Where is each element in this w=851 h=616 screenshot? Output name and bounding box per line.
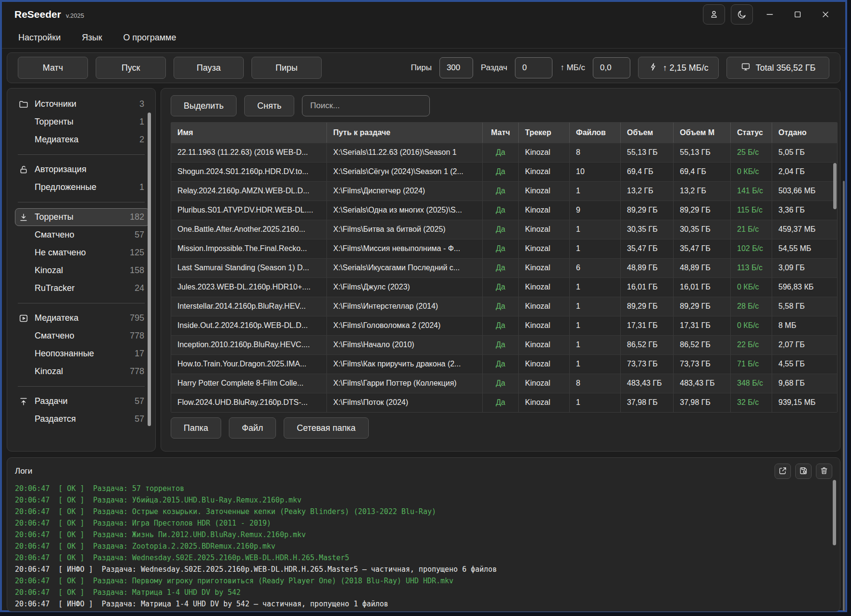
table-row[interactable]: Last Samurai Standing (Season 1) D...X:\…	[171, 258, 837, 277]
log-line: 20:06:47 [ OK ] Раздача: Первому игроку …	[15, 575, 832, 587]
table-row[interactable]: How.to.Train.Your.Dragon.2025.IMA...X:\F…	[171, 354, 837, 374]
column-header-path[interactable]: Путь к раздаче	[327, 123, 483, 143]
cell-files: 1	[570, 220, 621, 239]
table-row[interactable]: One.Battle.After.Another.2025.2160...X:\…	[171, 220, 837, 239]
sidebar-item-torrents-unmatched[interactable]: Не сматчено125	[15, 244, 150, 262]
cell-uploaded: 5,58 ГБ	[772, 297, 837, 316]
sidebar-item-media[interactable]: Медиатека795	[15, 309, 150, 327]
theme-toggle-button[interactable]	[731, 4, 753, 25]
search-input[interactable]	[302, 95, 430, 116]
table-row[interactable]: 22.11.1963 (11.22.63) (2016 WEB-D...X:\S…	[171, 143, 837, 162]
cell-name: How.to.Train.Your.Dragon.2025.IMA...	[171, 355, 327, 374]
maximize-button[interactable]	[787, 5, 809, 24]
table-scrollbar[interactable]	[833, 163, 837, 209]
sidebar-item-sources-torrents[interactable]: Торренты1	[15, 113, 150, 131]
cell-uploaded: 3,09 ГБ	[772, 259, 837, 277]
seeds-label: Раздач	[481, 63, 507, 73]
cell-name: Mission.Impossible.The.Final.Recko...	[171, 239, 327, 258]
table-row[interactable]: Harry Potter Complete 8-Film Colle...X:\…	[171, 374, 837, 393]
sidebar-item-seeds[interactable]: Раздачи57	[15, 392, 150, 410]
cell-name: Inside.Out.2.2024.2160p.WEB-DL.D...	[171, 316, 327, 335]
window-scrollbar[interactable]	[843, 181, 845, 611]
column-header-uploaded[interactable]: Отдано	[772, 123, 837, 143]
add-network-folder-button[interactable]: Сетевая папка	[284, 417, 368, 439]
table-row[interactable]: Flow.2024.UHD.BluRay.2160p.DTS-...X:\Fil…	[171, 393, 837, 412]
column-header-files[interactable]: Файлов	[570, 123, 621, 143]
cell-match: Да	[483, 220, 519, 239]
logs-scrollbar[interactable]	[833, 480, 836, 545]
peers-input[interactable]	[439, 57, 473, 78]
table-row[interactable]: Relay.2024.2160p.AMZN.WEB-DL.D...X:\Film…	[171, 181, 837, 201]
peers-button[interactable]: Пиры	[251, 57, 322, 79]
table-row[interactable]: Inside.Out.2.2024.2160p.WEB-DL.D...X:\Fi…	[171, 316, 837, 335]
open-logs-external-button[interactable]	[775, 464, 791, 479]
table-row[interactable]: Pluribus.S01.ATVP.DV.HDR.WEB-DL....X:\Se…	[171, 201, 837, 220]
start-button[interactable]: Пуск	[96, 57, 166, 79]
match-button[interactable]: Матч	[18, 57, 88, 79]
sidebar-scrollbar[interactable]	[148, 113, 151, 426]
seeds-input[interactable]	[515, 57, 552, 78]
menu-item-about[interactable]: О программе	[123, 33, 176, 43]
table-row[interactable]: Inception.2010.2160p.BluRay.HEVC....X:\F…	[171, 335, 837, 354]
sidebar-item-suggested[interactable]: Предложенные1	[15, 178, 150, 196]
sidebar-item-count: 2	[139, 135, 144, 145]
cell-size_m: 30,35 ГБ	[674, 220, 731, 239]
column-header-name[interactable]: Имя	[171, 123, 327, 143]
table-row[interactable]: Jules.2023.WEB-DL.2160p.HDR10+....X:\Fil…	[171, 277, 837, 297]
column-header-match[interactable]: Матч	[483, 123, 519, 143]
deselect-button[interactable]: Снять	[244, 95, 294, 116]
cell-tracker: Kinozal	[519, 278, 570, 297]
log-line: 20:06:47 [ ИНФО ] Раздача: Wednesday.S02…	[15, 564, 832, 575]
sidebar-item-torrents-matched[interactable]: Сматчено57	[15, 226, 150, 244]
cell-uploaded: 5,05 ГБ	[772, 143, 837, 162]
sidebar-item-torrents-rutracker[interactable]: RuTracker24	[15, 279, 150, 297]
upload-rate-value: ↑ 2,15 МБ/с	[663, 63, 709, 73]
sidebar-item-seeding[interactable]: Раздается57	[15, 410, 150, 428]
sidebar-item-count: 125	[130, 248, 144, 258]
table-row[interactable]: Interstellar.2014.2160p.BluRay.HEV...X:\…	[171, 297, 837, 316]
cell-status: 21 Б/с	[731, 220, 772, 239]
sidebar-item-media-matched[interactable]: Сматчено778	[15, 327, 150, 345]
sidebar-item-media-kinozal[interactable]: Kinozal778	[15, 363, 150, 380]
sidebar-item-label: Торренты	[35, 212, 130, 222]
clear-logs-button[interactable]	[816, 464, 832, 479]
menu-item-settings[interactable]: Настройки	[18, 33, 61, 43]
save-logs-button[interactable]	[795, 464, 812, 479]
cell-uploaded: 4,55 ГБ	[772, 355, 837, 374]
cell-name: 22.11.1963 (11.22.63) (2016 WEB-D...	[171, 143, 327, 162]
column-header-status[interactable]: Статус	[731, 123, 772, 143]
sidebar-item-authorization[interactable]: Авторизация	[15, 161, 150, 178]
upload-rate-button[interactable]: ↑ 2,15 МБ/с	[638, 57, 719, 79]
cell-size: 17,31 ГБ	[621, 316, 674, 335]
cell-status: 141 Б/с	[731, 182, 772, 201]
close-button[interactable]	[814, 5, 837, 24]
sidebar-item-torrents[interactable]: Торренты182	[15, 208, 150, 226]
select-all-button[interactable]: Выделить	[171, 95, 237, 116]
cell-size: 89,29 ГБ	[621, 201, 674, 220]
sidebar-item-label: Медиатека	[35, 135, 139, 145]
add-file-button[interactable]: Файл	[229, 417, 276, 439]
total-button[interactable]: Total 356,52 ГБ	[726, 57, 829, 79]
table-row[interactable]: Shogun.2024.S01.2160p.HDR.DV.to...X:\Ser…	[171, 162, 837, 181]
sidebar-item-count: 57	[135, 230, 144, 240]
cell-name: Last Samurai Standing (Season 1) D...	[171, 259, 327, 277]
column-header-size_m[interactable]: Объем М	[674, 123, 731, 143]
sidebar-item-torrents-kinozal[interactable]: Kinozal158	[15, 262, 150, 279]
sidebar-item-sources-media[interactable]: Медиатека2	[15, 131, 150, 149]
column-header-tracker[interactable]: Трекер	[519, 123, 570, 143]
cell-uploaded: 2,07 ГБ	[772, 336, 837, 354]
table-row[interactable]: Mission.Impossible.The.Final.Recko...X:\…	[171, 239, 837, 258]
cell-files: 8	[570, 374, 621, 393]
cell-uploaded: 8 МБ	[772, 316, 837, 335]
pause-button[interactable]: Пауза	[174, 57, 244, 79]
add-folder-button[interactable]: Папка	[171, 417, 221, 439]
minimize-button[interactable]	[759, 5, 781, 24]
sidebar-item-media-unknown[interactable]: Неопознанные17	[15, 345, 150, 363]
cell-path: X:\Films\Интерстеллар (2014)	[327, 297, 483, 316]
account-button[interactable]	[703, 4, 725, 25]
speed-limit-input[interactable]	[593, 57, 630, 78]
menu-item-language[interactable]: Язык	[82, 33, 102, 43]
column-header-size[interactable]: Объем	[621, 123, 674, 143]
sidebar-item-sources[interactable]: Источники3	[15, 95, 150, 113]
cell-status: 348 Б/с	[731, 374, 772, 393]
